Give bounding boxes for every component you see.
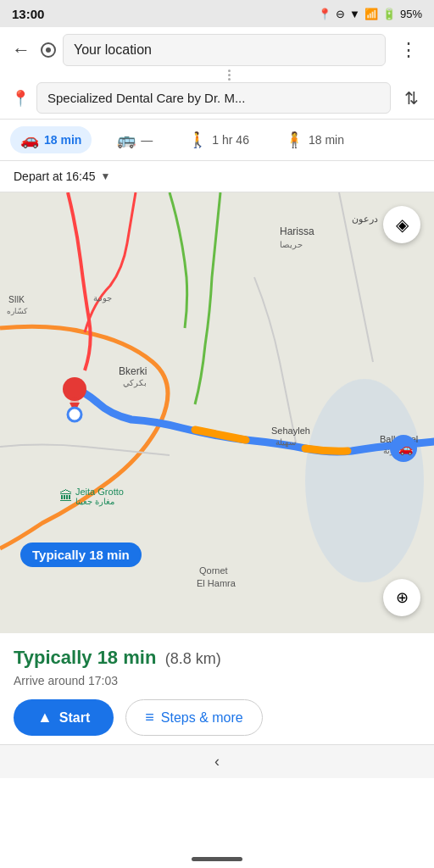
my-location-icon: ⊕: [396, 588, 409, 607]
steps-label: Steps & more: [161, 710, 243, 726]
svg-text:درعون: درعون: [352, 214, 378, 225]
wifi-icon: ▼: [349, 8, 360, 20]
status-bar: 13:00 📍 ⊖ ▼ 📶 🔋 95%: [0, 0, 434, 27]
location-status-icon: 📍: [318, 8, 331, 20]
svg-text:Bkerki: Bkerki: [119, 365, 147, 377]
map-typically-label: Typically 18 min: [20, 542, 142, 567]
back-button[interactable]: ←: [8, 36, 34, 64]
home-pill: [192, 857, 242, 861]
depart-row[interactable]: Depart at 16:45 ▼: [0, 161, 434, 192]
steps-icon: ≡: [145, 709, 154, 726]
walk-tab-label: 1 hr 46: [212, 133, 249, 147]
depart-dropdown-icon: ▼: [101, 170, 111, 182]
map-layer-button[interactable]: ◈: [383, 206, 420, 243]
nav-back-icon[interactable]: ‹: [214, 753, 220, 771]
svg-text:Qornet: Qornet: [199, 565, 228, 576]
tab-walk[interactable]: 🚶 1 hr 46: [178, 126, 259, 153]
battery-percent: 95%: [400, 8, 422, 20]
destination-input[interactable]: [36, 82, 391, 114]
origin-dot-icon: [41, 42, 56, 58]
jeita-arabic: مغارة جعيتا: [75, 497, 124, 506]
route-summary: Typically 18 min (8.8 km): [14, 647, 420, 669]
tab-rideshare[interactable]: 🧍 18 min: [275, 126, 354, 153]
svg-text:جونية: جونية: [93, 293, 112, 303]
jeita-grotto-label: 🏛 Jeita Grotto مغارة جعيتا: [59, 487, 124, 506]
svg-text:كسّاره: كسّاره: [7, 307, 28, 316]
map-layer-icon: ◈: [396, 214, 409, 235]
destination-pin-icon: 📍: [11, 89, 30, 108]
transit-icon: 🚌: [117, 131, 136, 149]
transport-tabs: 🚗 18 min 🚌 — 🚶 1 hr 46 🧍 18 min: [0, 120, 434, 161]
car-tab-label: 18 min: [44, 133, 81, 147]
route-time: Typically 18 min: [14, 647, 156, 668]
svg-text:حريصا: حريصا: [280, 240, 303, 250]
status-icons: 📍 ⊖ ▼ 📶 🔋 95%: [318, 8, 422, 20]
tab-car[interactable]: 🚗 18 min: [10, 126, 92, 153]
rideshare-tab-label: 18 min: [309, 133, 344, 147]
destination-row: 📍 ⇅: [8, 82, 426, 114]
battery-icon: 🔋: [382, 8, 396, 20]
status-time: 13:00: [12, 7, 44, 21]
arrival-time: Arrive around 17:03: [14, 674, 420, 687]
start-label: Start: [59, 710, 90, 726]
walk-icon: 🚶: [188, 131, 207, 149]
action-buttons: ▲ Start ≡ Steps & more: [14, 699, 420, 736]
car-icon: 🚗: [20, 131, 39, 149]
route-distance: (8.8 km): [165, 650, 221, 667]
jeita-place-icon: 🏛: [59, 489, 73, 504]
svg-text:Sehayleh: Sehayleh: [271, 426, 310, 436]
svg-text:Harissa: Harissa: [280, 225, 314, 237]
svg-text:سهيلة: سهيلة: [275, 437, 296, 448]
origin-row: ← ⋮: [8, 34, 426, 66]
depart-label: Depart at 16:45: [14, 170, 96, 183]
header: ← ⋮ 📍 ⇅: [0, 27, 434, 120]
tab-transit[interactable]: 🚌 —: [107, 126, 163, 153]
do-not-disturb-icon: ⊖: [336, 8, 345, 20]
svg-text:بكركي: بكركي: [123, 378, 147, 388]
origin-input[interactable]: [63, 34, 386, 66]
signal-icon: 📶: [364, 8, 378, 20]
map-svg: Harissa حريصا درعون Bkerki بكركي SIIK كس…: [0, 192, 434, 633]
route-dots-divider: [32, 70, 426, 81]
svg-point-1: [305, 379, 424, 582]
swap-directions-button[interactable]: ⇅: [398, 85, 426, 112]
rideshare-icon: 🧍: [285, 131, 303, 149]
more-options-button[interactable]: ⋮: [392, 36, 426, 64]
start-icon: ▲: [37, 709, 53, 726]
steps-more-button[interactable]: ≡ Steps & more: [125, 699, 262, 736]
map-area[interactable]: Harissa حريصا درعون Bkerki بكركي SIIK كس…: [0, 192, 434, 633]
svg-text:El Hamra: El Hamra: [197, 578, 236, 588]
svg-text:🚗: 🚗: [398, 442, 414, 456]
start-button[interactable]: ▲ Start: [14, 699, 114, 736]
transit-tab-label: —: [141, 133, 153, 147]
svg-text:SIIK: SIIK: [8, 295, 25, 304]
svg-point-21: [68, 408, 81, 421]
jeita-name: Jeita Grotto: [75, 487, 124, 497]
bottom-panel: Typically 18 min (8.8 km) Arrive around …: [0, 633, 434, 744]
my-location-button[interactable]: ⊕: [383, 579, 420, 616]
nav-bar: ‹: [0, 744, 434, 778]
